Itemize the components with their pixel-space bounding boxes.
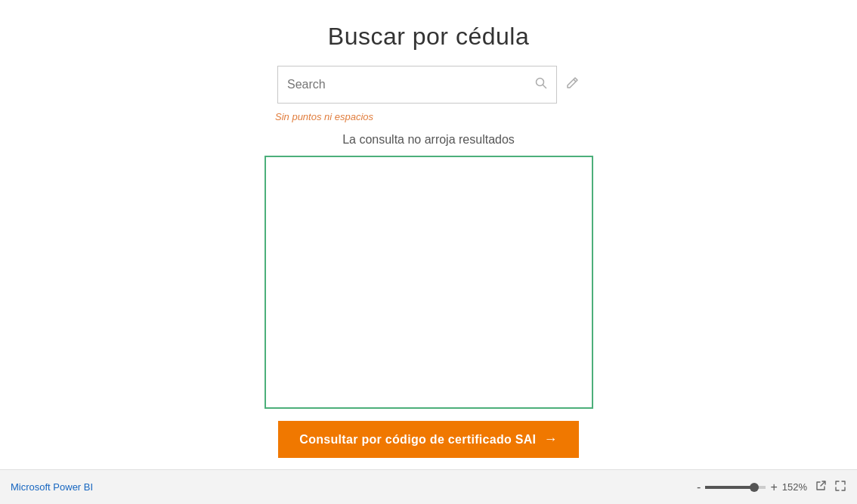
footer-icons [815,480,846,495]
main-content: Buscar por cédula Sin puntos ni espacios… [0,0,857,469]
footer-right: - + 152% [697,480,846,495]
page-title: Buscar por cédula [328,23,529,51]
hint-text: Sin puntos ni espacios [274,111,583,122]
zoom-slider[interactable] [705,486,766,489]
arrow-icon: → [543,431,557,447]
consult-button-label: Consultar por código de certificado SAI [299,433,536,447]
search-icon[interactable] [535,77,547,92]
zoom-slider-fill [705,486,750,489]
edit-icon[interactable] [565,76,580,94]
no-results-text: La consulta no arroja resultados [342,133,515,147]
zoom-slider-thumb [750,483,759,492]
search-row [277,66,580,104]
zoom-label: 152% [782,481,807,493]
search-input[interactable] [287,78,535,91]
svg-line-2 [821,481,825,486]
result-box [265,156,593,409]
footer-bar: Microsoft Power BI - + 152% [0,469,857,504]
power-bi-link[interactable]: Microsoft Power BI [11,481,93,493]
zoom-plus-button[interactable]: + [770,481,777,494]
svg-line-1 [543,85,546,88]
zoom-minus-button[interactable]: - [697,481,701,494]
external-link-icon[interactable] [815,480,827,495]
search-box [277,66,557,104]
zoom-controls: - + 152% [697,481,807,494]
fullscreen-icon[interactable] [834,480,846,495]
consult-button[interactable]: Consultar por código de certificado SAI … [278,421,578,458]
hint-row: Sin puntos ni espacios [274,111,583,133]
